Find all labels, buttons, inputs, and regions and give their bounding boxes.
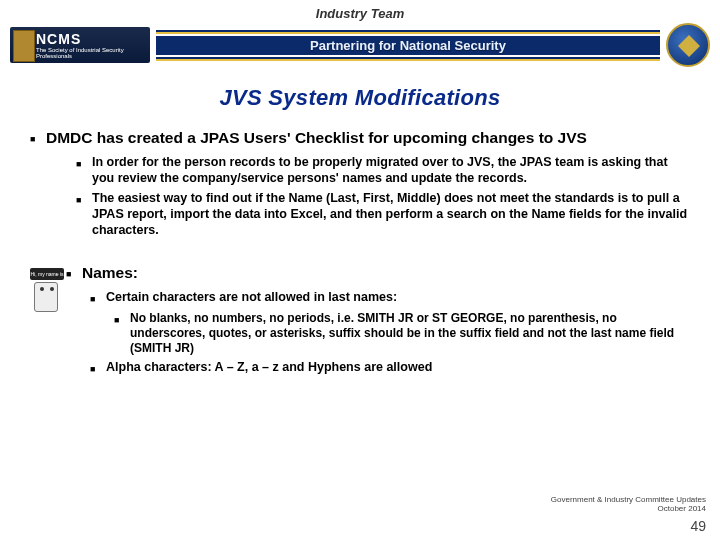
- seal-icon: [666, 23, 710, 67]
- banner-line-top: [156, 30, 660, 34]
- bullet-no-blanks: No blanks, no numbers, no periods, i.e. …: [114, 311, 690, 356]
- bullet-migration-review: In order for the person records to be pr…: [76, 155, 690, 186]
- page-number: 49: [690, 518, 706, 534]
- banner-text: Partnering for National Security: [156, 36, 660, 55]
- bullet-names: Names:: [66, 264, 690, 282]
- mascot-body: [34, 282, 58, 312]
- ncms-logo: NCMS The Society of Industrial Security …: [10, 27, 150, 63]
- header-industry-team: Industry Team: [0, 0, 720, 21]
- ncms-logo-subtext: The Society of Industrial Security Profe…: [36, 47, 150, 59]
- bullet-alpha-allowed: Alpha characters: A – Z, a – z and Hyphe…: [90, 360, 690, 376]
- bullet-disallowed-chars: Certain characters are not allowed in la…: [90, 290, 690, 306]
- footer-text: Government & Industry Committee Updates …: [551, 496, 706, 514]
- banner-line-bottom: [156, 57, 660, 61]
- header-row: NCMS The Society of Industrial Security …: [0, 21, 720, 67]
- bullet-dmdc-checklist: DMDC has created a JPAS Users' Checklist…: [30, 129, 690, 147]
- ncms-logo-text: NCMS: [36, 31, 150, 47]
- banner: Partnering for National Security: [156, 28, 660, 63]
- content-area: DMDC has created a JPAS Users' Checklist…: [0, 111, 720, 380]
- bullet-jpas-report: The easiest way to find out if the Name …: [76, 191, 690, 238]
- names-section: Hi, my name is Names: Certain characters…: [30, 264, 690, 380]
- mascot-bubble: Hi, my name is: [30, 268, 64, 280]
- slide-title: JVS System Modifications: [0, 85, 720, 111]
- nametag-mascot-icon: Hi, my name is: [30, 268, 64, 316]
- footer-line2: October 2014: [551, 505, 706, 514]
